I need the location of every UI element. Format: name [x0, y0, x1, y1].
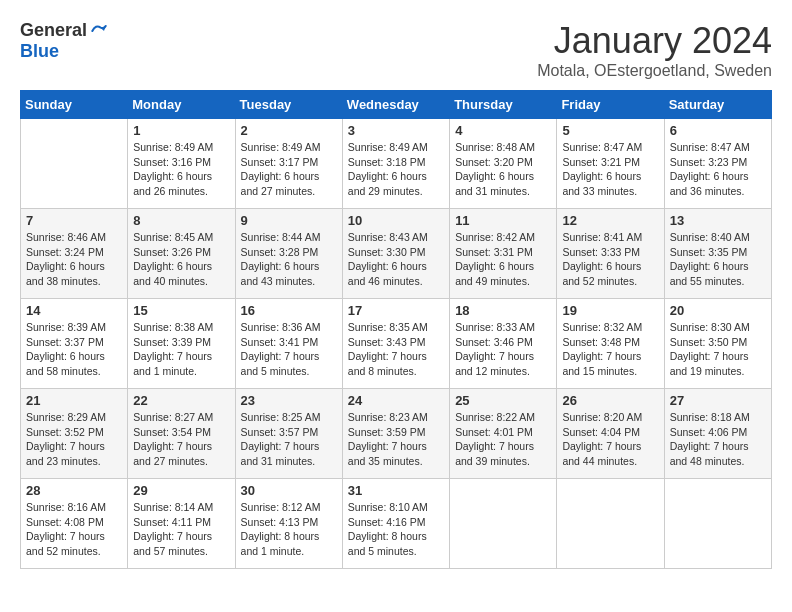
day-info: Sunrise: 8:47 AM Sunset: 3:23 PM Dayligh… [670, 140, 766, 199]
location-title: Motala, OEstergoetland, Sweden [537, 62, 772, 80]
logo-blue-text: Blue [20, 41, 59, 61]
month-title: January 2024 [537, 20, 772, 62]
calendar-cell: 30Sunrise: 8:12 AM Sunset: 4:13 PM Dayli… [235, 479, 342, 569]
calendar-week-row: 21Sunrise: 8:29 AM Sunset: 3:52 PM Dayli… [21, 389, 772, 479]
day-number: 21 [26, 393, 122, 408]
title-section: January 2024 Motala, OEstergoetland, Swe… [537, 20, 772, 80]
calendar-cell: 22Sunrise: 8:27 AM Sunset: 3:54 PM Dayli… [128, 389, 235, 479]
day-info: Sunrise: 8:18 AM Sunset: 4:06 PM Dayligh… [670, 410, 766, 469]
calendar-cell: 27Sunrise: 8:18 AM Sunset: 4:06 PM Dayli… [664, 389, 771, 479]
calendar-cell [664, 479, 771, 569]
calendar-cell [450, 479, 557, 569]
day-number: 3 [348, 123, 444, 138]
calendar-cell: 23Sunrise: 8:25 AM Sunset: 3:57 PM Dayli… [235, 389, 342, 479]
calendar-cell: 31Sunrise: 8:10 AM Sunset: 4:16 PM Dayli… [342, 479, 449, 569]
day-info: Sunrise: 8:27 AM Sunset: 3:54 PM Dayligh… [133, 410, 229, 469]
logo: General Blue [20, 20, 109, 62]
calendar-cell: 3Sunrise: 8:49 AM Sunset: 3:18 PM Daylig… [342, 119, 449, 209]
calendar-cell: 28Sunrise: 8:16 AM Sunset: 4:08 PM Dayli… [21, 479, 128, 569]
day-info: Sunrise: 8:47 AM Sunset: 3:21 PM Dayligh… [562, 140, 658, 199]
logo-icon [89, 21, 109, 41]
day-info: Sunrise: 8:12 AM Sunset: 4:13 PM Dayligh… [241, 500, 337, 559]
day-info: Sunrise: 8:10 AM Sunset: 4:16 PM Dayligh… [348, 500, 444, 559]
calendar-cell: 2Sunrise: 8:49 AM Sunset: 3:17 PM Daylig… [235, 119, 342, 209]
calendar-cell: 14Sunrise: 8:39 AM Sunset: 3:37 PM Dayli… [21, 299, 128, 389]
calendar-cell: 26Sunrise: 8:20 AM Sunset: 4:04 PM Dayli… [557, 389, 664, 479]
day-info: Sunrise: 8:25 AM Sunset: 3:57 PM Dayligh… [241, 410, 337, 469]
day-info: Sunrise: 8:48 AM Sunset: 3:20 PM Dayligh… [455, 140, 551, 199]
day-number: 5 [562, 123, 658, 138]
day-number: 25 [455, 393, 551, 408]
weekday-header-monday: Monday [128, 91, 235, 119]
day-info: Sunrise: 8:42 AM Sunset: 3:31 PM Dayligh… [455, 230, 551, 289]
day-number: 11 [455, 213, 551, 228]
calendar-cell: 25Sunrise: 8:22 AM Sunset: 4:01 PM Dayli… [450, 389, 557, 479]
calendar-cell: 24Sunrise: 8:23 AM Sunset: 3:59 PM Dayli… [342, 389, 449, 479]
day-info: Sunrise: 8:23 AM Sunset: 3:59 PM Dayligh… [348, 410, 444, 469]
day-info: Sunrise: 8:43 AM Sunset: 3:30 PM Dayligh… [348, 230, 444, 289]
calendar-cell: 13Sunrise: 8:40 AM Sunset: 3:35 PM Dayli… [664, 209, 771, 299]
day-number: 19 [562, 303, 658, 318]
logo-general-text: General [20, 20, 87, 41]
day-number: 2 [241, 123, 337, 138]
day-info: Sunrise: 8:45 AM Sunset: 3:26 PM Dayligh… [133, 230, 229, 289]
weekday-header-friday: Friday [557, 91, 664, 119]
calendar-cell: 9Sunrise: 8:44 AM Sunset: 3:28 PM Daylig… [235, 209, 342, 299]
day-info: Sunrise: 8:35 AM Sunset: 3:43 PM Dayligh… [348, 320, 444, 379]
day-number: 15 [133, 303, 229, 318]
calendar-cell: 1Sunrise: 8:49 AM Sunset: 3:16 PM Daylig… [128, 119, 235, 209]
calendar-cell: 10Sunrise: 8:43 AM Sunset: 3:30 PM Dayli… [342, 209, 449, 299]
day-number: 4 [455, 123, 551, 138]
day-number: 7 [26, 213, 122, 228]
day-info: Sunrise: 8:49 AM Sunset: 3:18 PM Dayligh… [348, 140, 444, 199]
calendar-cell: 19Sunrise: 8:32 AM Sunset: 3:48 PM Dayli… [557, 299, 664, 389]
day-number: 22 [133, 393, 229, 408]
calendar-cell: 29Sunrise: 8:14 AM Sunset: 4:11 PM Dayli… [128, 479, 235, 569]
header: General Blue January 2024 Motala, OEster… [20, 20, 772, 80]
calendar-cell [557, 479, 664, 569]
day-info: Sunrise: 8:20 AM Sunset: 4:04 PM Dayligh… [562, 410, 658, 469]
day-number: 17 [348, 303, 444, 318]
calendar-table: SundayMondayTuesdayWednesdayThursdayFrid… [20, 90, 772, 569]
calendar-cell: 4Sunrise: 8:48 AM Sunset: 3:20 PM Daylig… [450, 119, 557, 209]
weekday-header-sunday: Sunday [21, 91, 128, 119]
day-number: 24 [348, 393, 444, 408]
calendar-cell: 16Sunrise: 8:36 AM Sunset: 3:41 PM Dayli… [235, 299, 342, 389]
calendar-week-row: 14Sunrise: 8:39 AM Sunset: 3:37 PM Dayli… [21, 299, 772, 389]
day-number: 30 [241, 483, 337, 498]
day-number: 29 [133, 483, 229, 498]
day-number: 26 [562, 393, 658, 408]
day-number: 27 [670, 393, 766, 408]
day-info: Sunrise: 8:46 AM Sunset: 3:24 PM Dayligh… [26, 230, 122, 289]
day-number: 20 [670, 303, 766, 318]
day-number: 28 [26, 483, 122, 498]
day-info: Sunrise: 8:22 AM Sunset: 4:01 PM Dayligh… [455, 410, 551, 469]
day-number: 18 [455, 303, 551, 318]
weekday-header-row: SundayMondayTuesdayWednesdayThursdayFrid… [21, 91, 772, 119]
day-info: Sunrise: 8:38 AM Sunset: 3:39 PM Dayligh… [133, 320, 229, 379]
day-info: Sunrise: 8:40 AM Sunset: 3:35 PM Dayligh… [670, 230, 766, 289]
day-info: Sunrise: 8:39 AM Sunset: 3:37 PM Dayligh… [26, 320, 122, 379]
calendar-cell [21, 119, 128, 209]
day-info: Sunrise: 8:44 AM Sunset: 3:28 PM Dayligh… [241, 230, 337, 289]
calendar-cell: 15Sunrise: 8:38 AM Sunset: 3:39 PM Dayli… [128, 299, 235, 389]
weekday-header-thursday: Thursday [450, 91, 557, 119]
calendar-cell: 11Sunrise: 8:42 AM Sunset: 3:31 PM Dayli… [450, 209, 557, 299]
day-info: Sunrise: 8:41 AM Sunset: 3:33 PM Dayligh… [562, 230, 658, 289]
calendar-cell: 18Sunrise: 8:33 AM Sunset: 3:46 PM Dayli… [450, 299, 557, 389]
day-number: 31 [348, 483, 444, 498]
day-number: 1 [133, 123, 229, 138]
calendar-cell: 17Sunrise: 8:35 AM Sunset: 3:43 PM Dayli… [342, 299, 449, 389]
calendar-week-row: 28Sunrise: 8:16 AM Sunset: 4:08 PM Dayli… [21, 479, 772, 569]
day-number: 8 [133, 213, 229, 228]
day-info: Sunrise: 8:29 AM Sunset: 3:52 PM Dayligh… [26, 410, 122, 469]
day-number: 12 [562, 213, 658, 228]
day-number: 9 [241, 213, 337, 228]
calendar-cell: 7Sunrise: 8:46 AM Sunset: 3:24 PM Daylig… [21, 209, 128, 299]
weekday-header-saturday: Saturday [664, 91, 771, 119]
day-info: Sunrise: 8:30 AM Sunset: 3:50 PM Dayligh… [670, 320, 766, 379]
day-info: Sunrise: 8:49 AM Sunset: 3:16 PM Dayligh… [133, 140, 229, 199]
day-number: 23 [241, 393, 337, 408]
calendar-cell: 5Sunrise: 8:47 AM Sunset: 3:21 PM Daylig… [557, 119, 664, 209]
day-info: Sunrise: 8:16 AM Sunset: 4:08 PM Dayligh… [26, 500, 122, 559]
